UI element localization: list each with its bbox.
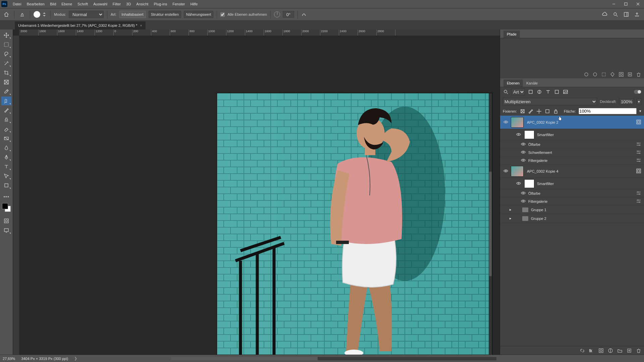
layer-thumbnail[interactable] bbox=[511, 166, 524, 177]
fill-input[interactable] bbox=[579, 108, 637, 114]
modus-select[interactable]: Normal bbox=[69, 11, 104, 18]
art-inhaltsbasiert-button[interactable]: Inhaltsbasiert bbox=[119, 11, 146, 18]
brush-preview-icon[interactable] bbox=[34, 11, 40, 18]
filter-options-icon[interactable] bbox=[636, 190, 641, 196]
visibility-icon[interactable] bbox=[516, 181, 522, 186]
group-name[interactable]: Gruppe 1 bbox=[531, 208, 546, 212]
layer-filter-select[interactable]: Art bbox=[512, 88, 525, 95]
lock-brush-icon[interactable] bbox=[528, 108, 534, 114]
menu-ebene[interactable]: Ebene bbox=[59, 0, 75, 8]
layer-filter-type-icon[interactable] bbox=[545, 89, 551, 95]
layer-filter-adj-icon[interactable] bbox=[536, 89, 542, 95]
layer-group-row[interactable]: ▸ Gruppe 1 bbox=[500, 205, 644, 214]
chevron-right-icon[interactable]: ▸ bbox=[509, 216, 514, 221]
filter-mask-thumbnail[interactable] bbox=[524, 179, 534, 188]
blur-tool[interactable] bbox=[1, 143, 11, 152]
new-layer-icon[interactable] bbox=[627, 348, 632, 353]
vertical-ruler[interactable] bbox=[13, 36, 19, 355]
layer-row[interactable]: APC_0302 Kopie 2 bbox=[500, 116, 644, 129]
canvas-v-scrollbar[interactable] bbox=[489, 93, 492, 355]
marquee-tool[interactable] bbox=[1, 40, 11, 49]
document-dims[interactable]: 3404 Px × 3319 Px (300 ppi) bbox=[21, 357, 68, 361]
visibility-icon[interactable] bbox=[520, 158, 526, 163]
healing-brush-tool[interactable] bbox=[1, 97, 11, 105]
visibility-icon[interactable] bbox=[520, 199, 526, 204]
menu-hilfe[interactable]: Hilfe bbox=[187, 0, 200, 8]
visibility-icon[interactable] bbox=[520, 150, 526, 155]
opacity-input[interactable] bbox=[619, 98, 634, 105]
menu-fenster[interactable]: Fenster bbox=[170, 0, 187, 8]
menu-filter[interactable]: Filter bbox=[110, 0, 123, 8]
layer-group-row[interactable]: ▸ Gruppe 2 bbox=[500, 214, 644, 223]
search-icon[interactable] bbox=[612, 11, 619, 17]
filter-options-icon[interactable] bbox=[636, 198, 641, 204]
zoom-level[interactable]: 27,69% bbox=[3, 357, 15, 361]
eraser-tool[interactable] bbox=[1, 125, 11, 133]
gradient-tool[interactable] bbox=[1, 134, 11, 143]
menu-3d[interactable]: 3D bbox=[123, 0, 133, 8]
filter-row[interactable]: Ölfarbe bbox=[500, 140, 644, 148]
brush-tool[interactable] bbox=[1, 106, 11, 115]
layer-fx-icon[interactable]: fx bbox=[589, 348, 594, 353]
menu-auswahl[interactable]: Auswahl bbox=[91, 0, 110, 8]
visibility-icon[interactable] bbox=[516, 132, 522, 137]
horizontal-ruler[interactable]: 20001800 16001400 12000 200400 600800 10… bbox=[19, 29, 500, 36]
color-swatches[interactable] bbox=[1, 202, 11, 213]
filter-row[interactable]: Filtergalerie bbox=[500, 197, 644, 205]
lock-pixels-icon[interactable] bbox=[520, 108, 525, 114]
blend-mode-select[interactable]: Multiplizieren bbox=[503, 98, 597, 105]
layer-filter-search-icon[interactable] bbox=[503, 89, 509, 95]
stamp-tool[interactable] bbox=[1, 115, 11, 124]
sample-all-layers-checkbox[interactable] bbox=[220, 12, 225, 17]
window-close-button[interactable] bbox=[632, 0, 644, 8]
document-canvas[interactable] bbox=[19, 36, 500, 355]
more-tools-icon[interactable]: ••• bbox=[1, 194, 11, 200]
document-tab[interactable]: Unbenannt-1-Wiederhergestellt bei 27,7% … bbox=[15, 21, 146, 29]
filter-row[interactable]: Ölfarbe bbox=[500, 189, 644, 197]
visibility-icon[interactable] bbox=[520, 191, 526, 196]
pfade-trash-icon[interactable] bbox=[636, 72, 641, 77]
menu-datei[interactable]: Datei bbox=[10, 0, 24, 8]
status-chevron-icon[interactable]: ❯ bbox=[74, 356, 78, 361]
shape-tool[interactable] bbox=[1, 181, 11, 190]
type-tool[interactable] bbox=[1, 162, 11, 171]
menu-bild[interactable]: Bild bbox=[47, 0, 59, 8]
lock-artboard-icon[interactable] bbox=[544, 108, 550, 114]
screenmode-tool[interactable] bbox=[1, 226, 11, 235]
tab-pfade[interactable]: Pfade bbox=[503, 31, 520, 38]
path-tool[interactable] bbox=[1, 172, 11, 180]
canvas-h-scrollbar[interactable] bbox=[171, 357, 496, 360]
art-struktur-button[interactable]: Struktur erstellen bbox=[149, 11, 181, 18]
frame-tool[interactable] bbox=[1, 78, 11, 86]
active-tool-icon[interactable] bbox=[18, 10, 26, 19]
menu-plugins[interactable]: Plug-ins bbox=[151, 0, 170, 8]
crop-tool[interactable] bbox=[1, 68, 11, 77]
layer-row[interactable]: APC_0302 Kopie 4 bbox=[500, 165, 644, 178]
pfade-stroke-icon[interactable] bbox=[592, 72, 598, 77]
delete-layer-icon[interactable] bbox=[636, 348, 641, 353]
pressure-icon[interactable] bbox=[301, 11, 307, 17]
tab-kanaele[interactable]: Kanäle bbox=[523, 79, 541, 87]
lock-all-icon[interactable] bbox=[553, 108, 558, 114]
filter-options-icon[interactable] bbox=[636, 149, 641, 156]
pfade-new-icon[interactable] bbox=[627, 72, 633, 77]
workspace-icon[interactable] bbox=[623, 11, 629, 17]
layer-filter-smart-icon[interactable] bbox=[562, 89, 569, 95]
layer-name[interactable]: APC_0302 Kopie 2 bbox=[527, 120, 636, 124]
cloud-icon[interactable] bbox=[602, 11, 608, 17]
share-icon[interactable] bbox=[634, 11, 640, 17]
filter-row[interactable]: Schwellenwert bbox=[500, 148, 644, 157]
smart-object-icon[interactable] bbox=[636, 168, 641, 174]
group-name[interactable]: Gruppe 2 bbox=[531, 217, 546, 221]
layer-mask-icon[interactable] bbox=[598, 348, 604, 353]
layer-filter-toggle[interactable] bbox=[634, 90, 641, 94]
lock-position-icon[interactable] bbox=[536, 108, 542, 114]
new-group-icon[interactable] bbox=[617, 348, 623, 353]
visibility-icon[interactable] bbox=[520, 142, 526, 147]
brush-size-stepper[interactable] bbox=[43, 12, 47, 16]
filter-row[interactable]: Filtergalerie bbox=[500, 157, 644, 165]
lasso-tool[interactable] bbox=[1, 50, 11, 58]
smartfilter-row[interactable]: Smartfilter bbox=[500, 178, 644, 189]
move-tool[interactable] bbox=[1, 31, 11, 40]
pfade-fill-icon[interactable] bbox=[584, 72, 589, 77]
